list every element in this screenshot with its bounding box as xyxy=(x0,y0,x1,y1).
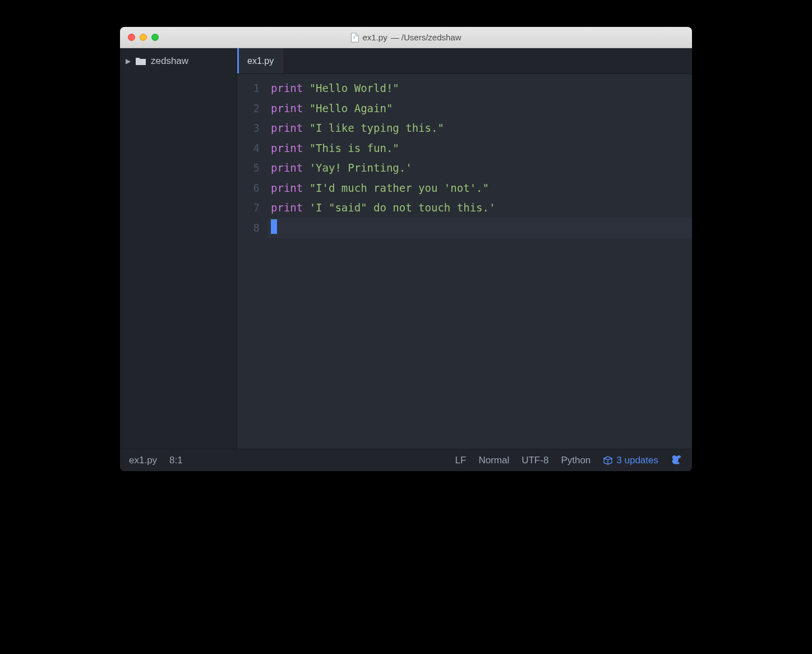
line-number: 8 xyxy=(237,218,260,238)
editor-area[interactable]: 12345678 print "Hello World!"print "Hell… xyxy=(237,74,692,449)
chevron-right-icon: ▶ xyxy=(126,57,131,65)
status-cursor-position[interactable]: 8:1 xyxy=(169,455,183,466)
keyword: print xyxy=(271,142,303,154)
file-icon: T xyxy=(350,33,359,43)
sidebar: ▶ zedshaw xyxy=(120,48,237,449)
string-literal: 'Yay! Printing.' xyxy=(310,162,412,174)
code-line[interactable]: print "I like typing this." xyxy=(267,118,692,139)
line-number: 2 xyxy=(237,99,260,119)
code-line[interactable] xyxy=(267,218,692,238)
code-line[interactable]: print 'Yay! Printing.' xyxy=(267,158,692,178)
titlebar: T ex1.py — /Users/zedshaw xyxy=(120,27,692,48)
status-grammar[interactable]: Python xyxy=(561,455,590,466)
string-literal: "Hello Again" xyxy=(310,102,393,114)
editor-window: T ex1.py — /Users/zedshaw ▶ zedshaw ex1.… xyxy=(120,27,692,471)
status-line-ending[interactable]: LF xyxy=(455,455,467,466)
line-number: 1 xyxy=(237,79,260,99)
tree-root-folder[interactable]: ▶ zedshaw xyxy=(120,48,237,74)
line-number: 5 xyxy=(237,158,260,178)
body-area: ▶ zedshaw ex1.py 12345678 print "Hello W… xyxy=(120,48,692,449)
keyword: print xyxy=(271,162,303,174)
close-window-button[interactable] xyxy=(128,34,135,41)
squirrel-icon[interactable] xyxy=(671,454,683,467)
status-updates[interactable]: 3 updates xyxy=(603,455,658,466)
editor-column: ex1.py 12345678 print "Hello World!"prin… xyxy=(237,48,692,449)
keyword: print xyxy=(271,82,303,94)
code-line[interactable]: print "Hello Again" xyxy=(267,99,692,119)
keyword: print xyxy=(271,182,303,194)
traffic-lights xyxy=(128,34,159,41)
statusbar: ex1.py 8:1 LF Normal UTF-8 Python 3 upda… xyxy=(120,449,692,471)
tab-label: ex1.py xyxy=(247,56,274,66)
keyword: print xyxy=(271,122,303,134)
title-filename: ex1.py xyxy=(362,33,387,42)
folder-icon xyxy=(135,57,146,66)
tab-ex1[interactable]: ex1.py xyxy=(237,48,284,73)
status-filename[interactable]: ex1.py xyxy=(129,455,157,466)
tree-root-label: zedshaw xyxy=(151,56,188,67)
maximize-window-button[interactable] xyxy=(151,34,159,41)
status-encoding[interactable]: UTF-8 xyxy=(522,455,548,466)
gutter: 12345678 xyxy=(237,74,267,449)
title-path: — /Users/zedshaw xyxy=(391,33,462,42)
line-number: 7 xyxy=(237,198,260,218)
string-literal: "I'd much rather you 'not'." xyxy=(310,182,489,194)
code-line[interactable]: print "Hello World!" xyxy=(267,79,692,99)
updates-label: 3 updates xyxy=(616,455,658,466)
keyword: print xyxy=(271,201,303,214)
string-literal: 'I "said" do not touch this.' xyxy=(310,201,496,214)
code-line[interactable]: print "I'd much rather you 'not'." xyxy=(267,178,692,199)
string-literal: "Hello World!" xyxy=(310,82,399,94)
code-line[interactable]: print "This is fun." xyxy=(267,139,692,159)
keyword: print xyxy=(271,102,303,114)
line-number: 3 xyxy=(237,118,260,139)
tabbar: ex1.py xyxy=(237,48,692,74)
code-line[interactable]: print 'I "said" do not touch this.' xyxy=(267,198,692,218)
string-literal: "This is fun." xyxy=(310,142,399,154)
minimize-window-button[interactable] xyxy=(140,34,147,41)
window-title: T ex1.py — /Users/zedshaw xyxy=(350,33,461,43)
string-literal: "I like typing this." xyxy=(310,122,444,134)
line-number: 4 xyxy=(237,139,260,159)
line-number: 6 xyxy=(237,178,260,199)
cursor xyxy=(271,219,277,234)
package-icon xyxy=(603,455,613,466)
code-area[interactable]: print "Hello World!"print "Hello Again"p… xyxy=(267,74,692,449)
svg-text:T: T xyxy=(353,36,356,40)
status-insert-mode[interactable]: Normal xyxy=(478,455,509,466)
